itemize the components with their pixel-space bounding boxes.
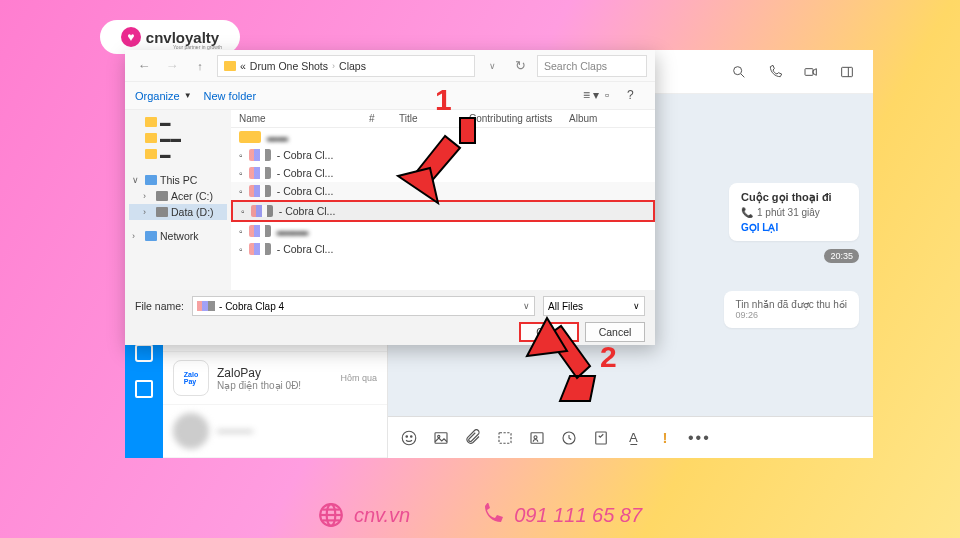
svg-rect-10 — [499, 432, 511, 443]
svg-rect-3 — [842, 67, 853, 76]
file-row[interactable]: ◦- Cobra Cl... — [231, 146, 655, 164]
phone-icon — [480, 503, 504, 527]
file-filter-select[interactable]: All Files∨ — [543, 296, 645, 316]
forward-button[interactable]: → — [161, 55, 183, 77]
sidebar-icon[interactable] — [839, 64, 855, 80]
folder-icon — [145, 149, 157, 159]
heart-icon: ♥ — [121, 27, 141, 47]
file-list: Name # Title Contributing artists Album … — [231, 110, 655, 290]
format-icon[interactable]: A̲ — [624, 429, 642, 447]
list-item[interactable]: ——— — [163, 405, 387, 458]
list-item[interactable]: ZaloPay ZaloPay Nạp điện thoại 0Đ! Hôm q… — [163, 352, 387, 405]
tree-node-drive[interactable]: ›Data (D:) — [129, 204, 227, 220]
up-button[interactable]: ↑ — [189, 55, 211, 77]
col-number[interactable]: # — [369, 113, 399, 124]
open-button[interactable]: Open — [519, 322, 579, 342]
contact-preview: Nạp điện thoại 0Đ! — [217, 380, 332, 391]
task-icon[interactable] — [592, 429, 610, 447]
brand-text: cnvloyalty — [146, 29, 219, 46]
col-album[interactable]: Album — [569, 113, 647, 124]
recalled-message: Tin nhắn đã được thu hồi 09:26 — [724, 291, 859, 328]
desktop-app: Nguyễn Văn Diễn. Đã mất rồi ZaloPay Zalo… — [125, 50, 873, 458]
folder-tree: ▬ ▬▬ ▬ ∨This PC ›Acer (C:) ›Data (D:) ›N… — [125, 110, 231, 290]
tree-node-pc[interactable]: ∨This PC — [129, 172, 227, 188]
call-title: Cuộc gọi thoại đi — [741, 191, 847, 204]
file-row[interactable]: ◦- Cobra Cl... — [231, 182, 655, 200]
footer-website: cnv.vn — [318, 502, 410, 528]
audio-icon — [197, 301, 215, 311]
tree-node[interactable]: ▬ — [129, 146, 227, 162]
emoji-icon[interactable] — [400, 429, 418, 447]
brand-logo: ♥ cnvloyalty Your partner in growth — [100, 20, 240, 54]
file-row[interactable]: ◦- Cobra Cl... — [231, 240, 655, 258]
contact-card-icon[interactable] — [528, 429, 546, 447]
svg-line-1 — [741, 74, 744, 77]
video-icon[interactable] — [803, 64, 819, 80]
view-mode-button[interactable]: ≡ ▾ — [583, 88, 601, 104]
dialog-toolbar: Organize ▼ New folder ≡ ▾ ▫ ? — [125, 82, 655, 110]
filename-label: File name: — [135, 300, 184, 312]
rail-briefcase-icon[interactable] — [135, 380, 153, 398]
annotation-number-2: 2 — [600, 340, 617, 374]
drive-icon — [156, 207, 168, 217]
address-dropdown-button[interactable]: ∨ — [481, 55, 503, 77]
svg-rect-2 — [805, 68, 813, 75]
file-row[interactable]: ◦- Cobra Cl... — [231, 164, 655, 182]
svg-point-7 — [411, 435, 413, 437]
audio-icon — [249, 185, 271, 197]
contact-time: Hôm qua — [340, 373, 377, 383]
file-row-selected[interactable]: ◦- Cobra Cl... — [231, 200, 655, 222]
new-folder-button[interactable]: New folder — [204, 90, 257, 102]
annotation-number-1: 1 — [435, 83, 452, 117]
breadcrumb[interactable]: Drum One Shots — [250, 60, 328, 72]
phone-icon[interactable] — [767, 64, 783, 80]
tree-node[interactable]: ▬ — [129, 114, 227, 130]
call-card[interactable]: Cuộc gọi thoại đi 📞1 phút 31 giây GỌI LẠ… — [729, 183, 859, 241]
folder-icon — [145, 133, 157, 143]
col-name[interactable]: Name — [239, 113, 369, 124]
col-artists[interactable]: Contributing artists — [469, 113, 569, 124]
file-row[interactable]: ◦▬▬▬ — [231, 222, 655, 240]
website-text: cnv.vn — [354, 504, 410, 527]
preview-pane-button[interactable]: ▫ — [605, 88, 623, 104]
search-input[interactable]: Search Claps — [537, 55, 647, 77]
search-icon[interactable] — [731, 64, 747, 80]
help-button[interactable]: ? — [627, 88, 645, 104]
rail-square-icon[interactable] — [135, 344, 153, 362]
folder-icon — [145, 117, 157, 127]
cancel-button[interactable]: Cancel — [585, 322, 645, 342]
col-title[interactable]: Title — [399, 113, 469, 124]
file-open-dialog: ← → ↑ « Drum One Shots › Claps ∨ ↻ Searc… — [125, 50, 655, 345]
more-icon[interactable]: ••• — [688, 429, 711, 447]
tree-node-drive[interactable]: ›Acer (C:) — [129, 188, 227, 204]
refresh-button[interactable]: ↻ — [509, 55, 531, 77]
svg-point-0 — [734, 66, 742, 74]
file-row[interactable]: ▬▬ — [231, 128, 655, 146]
audio-icon — [249, 225, 271, 237]
clock-icon[interactable] — [560, 429, 578, 447]
page-footer: cnv.vn 091 111 65 87 — [0, 502, 960, 528]
dialog-nav: ← → ↑ « Drum One Shots › Claps ∨ ↻ Searc… — [125, 50, 655, 82]
image-icon[interactable] — [432, 429, 450, 447]
capture-icon[interactable] — [496, 429, 514, 447]
footer-phone: 091 111 65 87 — [480, 503, 642, 527]
tree-node-network[interactable]: ›Network — [129, 228, 227, 244]
pc-icon — [145, 175, 157, 185]
organize-menu[interactable]: Organize — [135, 90, 180, 102]
back-button[interactable]: ← — [133, 55, 155, 77]
audio-icon — [249, 243, 271, 255]
svg-rect-14 — [596, 432, 607, 444]
address-bar[interactable]: « Drum One Shots › Claps — [217, 55, 475, 77]
filename-input[interactable]: - Cobra Clap 4∨ — [192, 296, 535, 316]
tree-node[interactable]: ▬▬ — [129, 130, 227, 146]
phone-text: 091 111 65 87 — [514, 504, 642, 527]
attach-icon[interactable] — [464, 429, 482, 447]
audio-icon — [249, 149, 271, 161]
call-duration: 📞1 phút 31 giây — [741, 207, 847, 218]
priority-icon[interactable]: ! — [656, 429, 674, 447]
folder-icon — [239, 131, 261, 143]
drive-icon — [156, 191, 168, 201]
breadcrumb[interactable]: Claps — [339, 60, 366, 72]
dialog-footer: File name: - Cobra Clap 4∨ All Files∨ Op… — [125, 290, 655, 345]
call-back-button[interactable]: GỌI LẠI — [741, 222, 847, 233]
